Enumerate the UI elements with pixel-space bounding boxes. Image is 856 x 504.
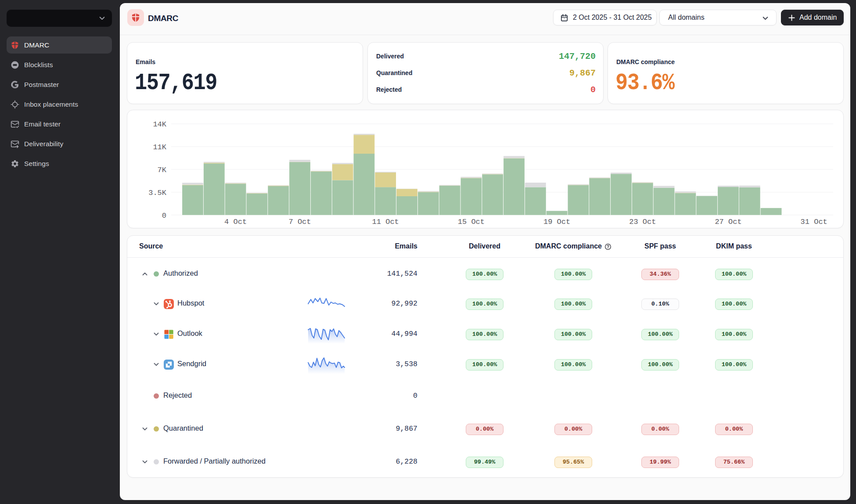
svg-text:11K: 11K [153,143,166,151]
svg-text:27 Oct: 27 Oct [715,218,741,226]
svg-text:19 Oct: 19 Oct [543,218,570,226]
svg-text:23 Oct: 23 Oct [629,218,656,226]
svg-text:31 Oct: 31 Oct [801,218,827,226]
svg-text:4 Oct: 4 Oct [224,218,247,226]
svg-text:15 Oct: 15 Oct [458,218,485,226]
svg-text:11 Oct: 11 Oct [372,218,399,226]
svg-text:3.5K: 3.5K [148,189,167,197]
svg-text:7 Oct: 7 Oct [288,218,311,226]
svg-text:0: 0 [162,212,166,220]
svg-text:7K: 7K [158,166,167,174]
svg-text:14K: 14K [153,120,166,129]
